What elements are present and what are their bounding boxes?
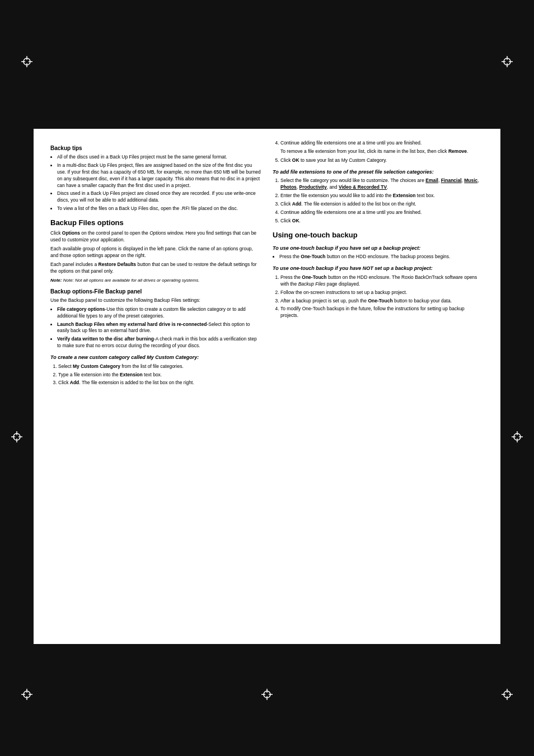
backup-options-para3: Each panel includes a Restore Defaults b… xyxy=(50,262,261,275)
black-top-border xyxy=(0,0,534,129)
list-item: After a backup project is set up, push t… xyxy=(280,298,484,305)
list-item: Click OK to save your list as My Custom … xyxy=(280,157,484,164)
list-item: Discs used in a Back Up Files project ar… xyxy=(57,190,261,204)
reg-mark-tr xyxy=(502,56,513,67)
one-touch-heading: Using one-touch backup xyxy=(273,230,484,240)
list-item: Enter the file extension you would like … xyxy=(280,193,484,199)
list-item: Continue adding file extensions one at a… xyxy=(280,209,484,216)
custom-category-title: To create a new custom category called M… xyxy=(50,354,261,361)
backup-tips-heading: Backup tips xyxy=(50,144,261,152)
one-touch-setup-title: To use one-touch backup if you have set … xyxy=(273,245,484,252)
list-item: Click Add. The file extension is added t… xyxy=(280,201,484,208)
file-backup-intro: Use the Backup panel to customize the fo… xyxy=(50,297,261,304)
black-right-border xyxy=(500,129,534,644)
one-touch-setup-bullets: Press the One-Touch button on the HDD en… xyxy=(279,254,484,260)
list-item: File category options-Use this option to… xyxy=(57,306,261,320)
reg-mark-bl xyxy=(21,689,32,700)
list-item: Press the One-Touch button on the HDD en… xyxy=(280,274,484,288)
list-item: Continue adding file extensions one at a… xyxy=(280,140,484,155)
list-item: To view a list of the files on a Back Up… xyxy=(57,206,261,212)
reg-mark-br xyxy=(502,689,513,700)
reg-mark-mr xyxy=(512,431,523,442)
one-touch-notsetup-steps: Press the One-Touch button on the HDD en… xyxy=(280,274,484,319)
backup-tips-list: All of the discs used in a Back Up Files… xyxy=(57,154,261,212)
backup-options-note: Note: Note: Not all options are availabl… xyxy=(50,277,261,283)
reg-mark-bc xyxy=(261,689,273,700)
backup-options-intro: Click Options on the control panel to op… xyxy=(50,230,261,244)
list-item: Select My Custom Category from the list … xyxy=(58,363,261,370)
continued-steps: Continue adding file extensions one at a… xyxy=(280,140,484,164)
preset-categories-steps: Select the file category you would like … xyxy=(280,178,484,224)
custom-category-steps: Select My Custom Category from the list … xyxy=(58,363,261,387)
list-item: Type a file extension into the Extension… xyxy=(58,372,261,379)
backup-files-options-heading: Backup Files options xyxy=(50,218,261,228)
content-area: Backup tips All of the discs used in a B… xyxy=(34,129,500,644)
list-item: All of the discs used in a Back Up Files… xyxy=(57,154,261,161)
left-column: Backup tips All of the discs used in a B… xyxy=(50,140,261,633)
list-item: Select the file category you would like … xyxy=(280,178,484,191)
backup-options-para2: Each available group of options is displ… xyxy=(50,246,261,259)
list-item: Launch Backup Files when my external har… xyxy=(57,321,261,335)
list-item: Press the One-Touch button on the HDD en… xyxy=(279,254,484,260)
black-bottom-border xyxy=(0,644,534,756)
reg-mark-ml xyxy=(11,431,22,442)
reg-mark-tl xyxy=(21,56,32,67)
black-left-border xyxy=(0,129,34,644)
list-item: Click OK. xyxy=(280,218,484,225)
list-item: To modify One-Touch backups in the futur… xyxy=(280,306,484,319)
list-item: In a multi-disc Back Up Files project, f… xyxy=(57,162,261,189)
list-item: Click Add. The file extension is added t… xyxy=(58,380,261,386)
list-item: Follow the on-screen instructions to set… xyxy=(280,290,484,296)
list-item: Verify data written to the disc after bu… xyxy=(57,336,261,349)
preset-categories-title: To add file extensions to one of the pre… xyxy=(273,169,484,176)
file-backup-bullets: File category options-Use this option to… xyxy=(57,306,261,349)
file-backup-panel-heading: Backup options-File Backup panel xyxy=(50,288,261,296)
one-touch-notsetup-title: To use one-touch backup if you have NOT … xyxy=(273,265,484,272)
right-column: Continue adding file extensions one at a… xyxy=(273,140,484,633)
